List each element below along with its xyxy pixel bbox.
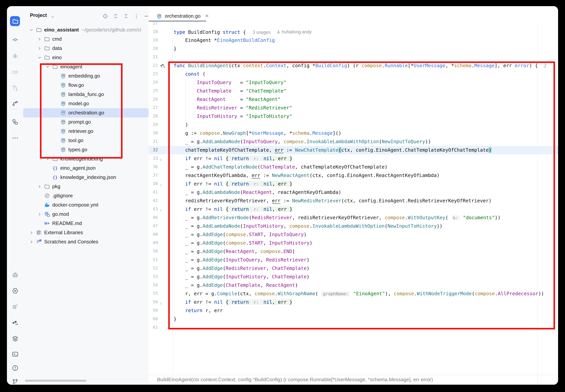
folded-region[interactable]: { return r: nil, err } (226, 206, 293, 212)
code-line-61[interactable]: 61 (149, 323, 558, 332)
commit-icon[interactable] (10, 35, 20, 44)
profiler-icon[interactable] (10, 318, 20, 327)
more-icon[interactable] (10, 133, 20, 143)
code-line-28[interactable]: 28 InputToHistory = "InputToHistory" (149, 112, 558, 121)
code-line-46[interactable]: 46 _ = g.AddRetrieverNode(RedisRetriever… (149, 213, 558, 222)
tree-item-lambda-func-go[interactable]: lambda_func.go (23, 90, 149, 99)
terminal-icon[interactable] (10, 349, 20, 359)
code-line-20[interactable]: 20} (149, 44, 558, 53)
code-line-31[interactable]: 31 _ = g.AddLambdaNode(InputToQuery, com… (149, 138, 558, 146)
code-line-43[interactable]: 43 if err != nil { return r: nil, err } (149, 205, 558, 213)
code-line-59[interactable]: 59 return r, err (149, 306, 558, 315)
code-line-25[interactable]: 25 ChatTemplate = "ChatTemplate" (149, 87, 558, 95)
code-line-32[interactable]: 32 chatTemplateKeyOfChatTemplate, err :=… (149, 146, 558, 154)
code-review-icon[interactable]: CR (10, 67, 20, 77)
chevron-right-icon[interactable] (37, 184, 42, 189)
chevron-down-icon[interactable] (37, 55, 42, 60)
tree-item-embedding-go[interactable]: embedding.go (23, 71, 149, 81)
code-line-48[interactable]: 48 _ = g.AddEdge(compose.START, InputToQ… (149, 230, 558, 239)
code-line-41[interactable]: 41 _ = g.AddLambdaNode(ReactAgent, react… (149, 188, 558, 196)
tree-item-orchestration-go[interactable]: orchestration.go (23, 108, 149, 117)
tree-item-pkg[interactable]: pkg (23, 182, 149, 191)
tree-item-readme-md[interactable]: MREADME.md (23, 219, 149, 228)
branches-icon[interactable] (10, 98, 20, 108)
tree-item-data[interactable]: data (23, 44, 149, 53)
tree-item-tool-go[interactable]: tool.go (23, 136, 149, 145)
code-line-52[interactable]: 52 _ = g.AddEdge(RedisRetriever, ChatTem… (149, 264, 558, 273)
tree-item-cmd[interactable]: cmd (23, 35, 149, 44)
fold-chevron-icon[interactable] (159, 156, 163, 160)
code-line-22[interactable]: 22func BuildEinoAgent(ctx context.Contex… (149, 61, 558, 70)
tree-item-knowledgeindexing[interactable]: knowledgeindexing (23, 154, 149, 164)
chevron-right-icon[interactable] (37, 37, 42, 42)
tree-item-eino-assistant[interactable]: eino_assistant~/gocode/src/github.com/cl (23, 25, 149, 35)
tree-item-types-go[interactable]: types.go (23, 145, 149, 154)
code-line-55[interactable]: 55 r, err = g.Compile(ctx, compose.WithG… (149, 290, 558, 298)
code-line-49[interactable]: 49 _ = g.AddEdge(compose.START, InputToH… (149, 239, 558, 247)
tree-item--gitignore[interactable]: .gitignore (23, 191, 149, 200)
code-line-29[interactable]: 29 ) (149, 121, 558, 129)
project-panel-hscrollbar[interactable] (25, 380, 86, 382)
code-line-37[interactable]: 37 reactAgentKeyOfLambda, err := NewReac… (149, 171, 558, 180)
fold-chevron-icon[interactable] (159, 300, 163, 304)
code-line-33[interactable]: 33 if err != nil { return r: nil, err } (149, 154, 558, 163)
code-line-53[interactable]: 53 _ = g.AddEdge(InputToHistory, ChatTem… (149, 273, 558, 281)
services-icon[interactable] (10, 334, 20, 344)
tree-item-flow-go[interactable]: flow.go (23, 81, 149, 90)
tree-item-external-libraries[interactable]: External Libraries (23, 228, 149, 237)
code-line-54[interactable]: 54 _ = g.AddEdge(ChatTemplate, ReactAgen… (149, 281, 558, 290)
code-line-23[interactable]: 23 const ( (149, 70, 558, 78)
project-folder-icon[interactable] (10, 16, 20, 26)
fold-chevron-icon[interactable] (159, 182, 163, 186)
code-line-24[interactable]: 24 InputToQuery = "InputToQuery" (149, 78, 558, 87)
folded-region[interactable]: { return r: nil, err } (226, 155, 293, 161)
tree-item-eino-agent-json[interactable]: {}eino_agent.json (23, 164, 149, 173)
pull-request-icon[interactable] (10, 83, 20, 93)
tree-item-eino[interactable]: eino (23, 53, 149, 62)
code-line-19[interactable]: 19 EinoAgent *EinoAgentBuildConfig (149, 36, 558, 44)
code-line-30[interactable]: 30 g := compose.NewGraph[*UserMessage, *… (149, 129, 558, 138)
code-editor[interactable]: 1718type BuildConfig struct { 3 usageshu… (149, 22, 558, 375)
breadcrumb-signature[interactable]: BuildEinoAgent(ctx context.Context, conf… (157, 377, 433, 382)
structure-icon[interactable] (10, 117, 20, 127)
run-icon[interactable] (10, 286, 20, 296)
usages-hint[interactable]: 3 usages (253, 30, 270, 35)
author-hint[interactable]: huhailong.andy (277, 28, 312, 36)
tree-item-model-go[interactable]: model.go (23, 99, 149, 108)
tree-item-retriever-go[interactable]: retriever.go (23, 127, 149, 136)
tab-orchestration-go[interactable]: orchestration.go ✕ (152, 10, 213, 22)
tree-item-docker-compose-yml[interactable]: docker-compose.yml (23, 200, 149, 210)
folded-region[interactable]: { return r: nil, err } (226, 299, 293, 305)
tree-item-prompt-go[interactable]: prompt.go (23, 117, 149, 127)
code-line-47[interactable]: 47 _ = g.AddLambdaNode(InputToHistory, c… (149, 222, 558, 230)
code-line-36[interactable]: 36 _ = g.AddChatTemplateNode(ChatTemplat… (149, 163, 558, 171)
chevron-right-icon[interactable] (29, 239, 34, 244)
tree-item-go-mod[interactable]: go.mod (23, 210, 149, 219)
code-line-26[interactable]: 26 ReactAgent = "ReactAgent" (149, 95, 558, 104)
version-control-icon[interactable] (10, 377, 20, 385)
code-line-18[interactable]: 18type BuildConfig struct { 3 usageshuha… (149, 28, 558, 36)
chevron-right-icon[interactable] (29, 230, 34, 235)
code-line-60[interactable]: 60} (149, 315, 558, 323)
chevron-right-icon[interactable] (37, 212, 42, 217)
code-line-42[interactable]: 42 redisRetrieverKeyOfRetriever, err := … (149, 196, 558, 205)
code-line-27[interactable]: 27 RedisRetriever = "RedisRetriever" (149, 104, 558, 112)
fold-chevron-icon[interactable] (159, 207, 163, 211)
tree-item-einoagent[interactable]: einoagent (23, 62, 149, 71)
notifications-icon[interactable] (10, 301, 20, 311)
problems-icon[interactable] (10, 363, 20, 373)
code-line-17[interactable]: 17 (149, 22, 558, 28)
code-line-51[interactable]: 51 _ = g.AddEdge(InputToQuery, RedisRetr… (149, 256, 558, 264)
chevron-right-icon[interactable] (45, 157, 50, 161)
code-line-50[interactable]: 50 _ = g.AddEdge(ReactAgent, compose.END… (149, 247, 558, 256)
close-icon[interactable]: ✕ (205, 13, 209, 19)
chevron-down-icon[interactable] (29, 28, 34, 32)
chevron-right-icon[interactable] (37, 46, 42, 51)
code-line-56[interactable]: 56 if err != nil { return r: nil, err } (149, 298, 558, 306)
tree-item-scratches-and-consoles[interactable]: Scratches and Consoles (23, 237, 149, 247)
code-line-38[interactable]: 38 if err != nil { return r: nil, err } (149, 180, 558, 188)
debug-icon[interactable] (10, 51, 20, 61)
folded-region[interactable]: { return r: nil, err } (226, 181, 293, 187)
usages-graph-icon[interactable] (160, 63, 166, 68)
tree-item-knowledge-indexing-json[interactable]: {}knowledge_indexing.json (23, 173, 149, 182)
